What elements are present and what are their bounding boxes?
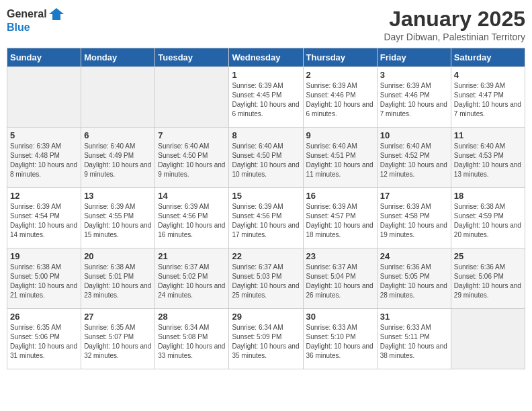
- calendar-cell: [155, 67, 229, 128]
- day-info-line: Sunset: 4:46 PM: [380, 91, 448, 100]
- day-info: Sunrise: 6:39 AMSunset: 4:48 PMDaylight:…: [10, 142, 78, 179]
- day-info: Sunrise: 6:34 AMSunset: 5:09 PMDaylight:…: [232, 323, 300, 361]
- day-info: Sunrise: 6:37 AMSunset: 5:04 PMDaylight:…: [306, 263, 374, 300]
- day-info-line: Sunset: 4:47 PM: [454, 91, 522, 100]
- day-number: 8: [232, 130, 300, 140]
- day-info-line: Daylight: 10 hours and 17 minutes.: [232, 221, 300, 240]
- day-info-line: Sunrise: 6:39 AM: [10, 142, 78, 151]
- day-info: Sunrise: 6:40 AMSunset: 4:51 PMDaylight:…: [306, 142, 374, 179]
- day-info: Sunrise: 6:34 AMSunset: 5:08 PMDaylight:…: [158, 323, 226, 361]
- calendar-cell: 5Sunrise: 6:39 AMSunset: 4:48 PMDaylight…: [7, 128, 81, 188]
- calendar-cell: 16Sunrise: 6:39 AMSunset: 4:57 PMDayligh…: [303, 188, 377, 248]
- header-saturday: Saturday: [451, 48, 525, 67]
- day-info-line: Sunset: 5:05 PM: [380, 272, 448, 281]
- day-info-line: Sunset: 4:52 PM: [380, 151, 448, 161]
- day-info-line: Sunrise: 6:39 AM: [380, 202, 448, 212]
- day-info-line: Sunrise: 6:37 AM: [232, 263, 300, 272]
- day-info-line: Sunrise: 6:40 AM: [306, 142, 374, 151]
- day-info: Sunrise: 6:39 AMSunset: 4:56 PMDaylight:…: [232, 202, 300, 240]
- day-info-line: Sunset: 5:11 PM: [380, 332, 448, 342]
- header-tuesday: Tuesday: [155, 48, 229, 67]
- calendar-cell: 7Sunrise: 6:40 AMSunset: 4:50 PMDaylight…: [155, 128, 229, 188]
- day-info-line: Daylight: 10 hours and 7 minutes.: [380, 100, 448, 119]
- day-info-line: Sunrise: 6:35 AM: [10, 323, 78, 332]
- day-number: 4: [454, 70, 522, 80]
- day-info-line: Sunrise: 6:37 AM: [306, 263, 374, 272]
- day-info-line: Daylight: 10 hours and 19 minutes.: [380, 221, 448, 240]
- page-header: General Blue January 2025 Dayr Dibwan, P…: [7, 7, 525, 42]
- day-info-line: Daylight: 10 hours and 31 minutes.: [10, 342, 78, 361]
- day-info-line: Sunset: 4:46 PM: [306, 91, 374, 100]
- day-info-line: Sunset: 4:50 PM: [232, 151, 300, 161]
- calendar-cell: 13Sunrise: 6:39 AMSunset: 4:55 PMDayligh…: [81, 188, 155, 248]
- day-number: 22: [232, 251, 300, 261]
- week-row-5: 26Sunrise: 6:35 AMSunset: 5:06 PMDayligh…: [7, 309, 525, 369]
- day-info: Sunrise: 6:33 AMSunset: 5:11 PMDaylight:…: [380, 323, 448, 361]
- day-info: Sunrise: 6:33 AMSunset: 5:10 PMDaylight:…: [306, 323, 374, 361]
- day-info-line: Sunset: 5:09 PM: [232, 332, 300, 342]
- day-info-line: Sunrise: 6:39 AM: [84, 202, 152, 212]
- day-info-line: Sunset: 5:01 PM: [84, 272, 152, 281]
- day-info-line: Sunrise: 6:39 AM: [380, 81, 448, 91]
- day-info-line: Sunrise: 6:39 AM: [158, 202, 226, 212]
- day-info-line: Sunrise: 6:38 AM: [454, 202, 522, 212]
- day-info-line: Sunrise: 6:37 AM: [158, 263, 226, 272]
- header-monday: Monday: [81, 48, 155, 67]
- calendar-cell: 23Sunrise: 6:37 AMSunset: 5:04 PMDayligh…: [303, 248, 377, 309]
- day-info: Sunrise: 6:39 AMSunset: 4:57 PMDaylight:…: [306, 202, 374, 240]
- day-info-line: Sunrise: 6:34 AM: [232, 323, 300, 332]
- day-info-line: Daylight: 10 hours and 13 minutes.: [454, 161, 522, 179]
- day-info-line: Sunset: 5:08 PM: [158, 332, 226, 342]
- calendar-cell: 25Sunrise: 6:36 AMSunset: 5:06 PMDayligh…: [451, 248, 525, 309]
- day-number: 18: [454, 191, 522, 201]
- day-number: 3: [380, 70, 448, 80]
- day-info-line: Sunset: 5:02 PM: [158, 272, 226, 281]
- day-info-line: Sunrise: 6:39 AM: [232, 81, 300, 91]
- day-info-line: Daylight: 10 hours and 18 minutes.: [306, 221, 374, 240]
- day-info: Sunrise: 6:40 AMSunset: 4:50 PMDaylight:…: [158, 142, 226, 179]
- day-info-line: Sunset: 4:58 PM: [380, 212, 448, 221]
- header-wednesday: Wednesday: [229, 48, 303, 67]
- day-info-line: Sunset: 5:06 PM: [454, 272, 522, 281]
- day-info-line: Sunrise: 6:38 AM: [84, 263, 152, 272]
- day-info-line: Sunrise: 6:36 AM: [380, 263, 448, 272]
- day-info: Sunrise: 6:36 AMSunset: 5:06 PMDaylight:…: [454, 263, 522, 300]
- header-friday: Friday: [377, 48, 451, 67]
- day-info-line: Daylight: 10 hours and 10 minutes.: [232, 161, 300, 179]
- day-info: Sunrise: 6:35 AMSunset: 5:06 PMDaylight:…: [10, 323, 78, 361]
- calendar-cell: 20Sunrise: 6:38 AMSunset: 5:01 PMDayligh…: [81, 248, 155, 309]
- day-number: 11: [454, 130, 522, 140]
- day-info: Sunrise: 6:40 AMSunset: 4:50 PMDaylight:…: [232, 142, 300, 179]
- calendar-cell: [451, 309, 525, 369]
- calendar-cell: 28Sunrise: 6:34 AMSunset: 5:08 PMDayligh…: [155, 309, 229, 369]
- logo-blue-text: Blue: [7, 21, 30, 33]
- week-row-4: 19Sunrise: 6:38 AMSunset: 5:00 PMDayligh…: [7, 248, 525, 309]
- day-info-line: Sunset: 4:48 PM: [10, 151, 78, 161]
- calendar-cell: 21Sunrise: 6:37 AMSunset: 5:02 PMDayligh…: [155, 248, 229, 309]
- calendar-cell: 18Sunrise: 6:38 AMSunset: 4:59 PMDayligh…: [451, 188, 525, 248]
- day-info: Sunrise: 6:39 AMSunset: 4:46 PMDaylight:…: [380, 81, 448, 119]
- day-info-line: Sunrise: 6:40 AM: [232, 142, 300, 151]
- day-info-line: Daylight: 10 hours and 9 minutes.: [84, 161, 152, 179]
- day-info-line: Daylight: 10 hours and 36 minutes.: [306, 342, 374, 361]
- calendar-cell: 15Sunrise: 6:39 AMSunset: 4:56 PMDayligh…: [229, 188, 303, 248]
- day-info: Sunrise: 6:38 AMSunset: 4:59 PMDaylight:…: [454, 202, 522, 240]
- day-number: 15: [232, 191, 300, 201]
- calendar-cell: 12Sunrise: 6:39 AMSunset: 4:54 PMDayligh…: [7, 188, 81, 248]
- day-info-line: Sunrise: 6:39 AM: [454, 81, 522, 91]
- day-info: Sunrise: 6:39 AMSunset: 4:46 PMDaylight:…: [306, 81, 374, 119]
- day-info: Sunrise: 6:38 AMSunset: 5:01 PMDaylight:…: [84, 263, 152, 300]
- calendar-cell: 30Sunrise: 6:33 AMSunset: 5:10 PMDayligh…: [303, 309, 377, 369]
- day-info-line: Daylight: 10 hours and 7 minutes.: [454, 100, 522, 119]
- day-number: 14: [158, 191, 226, 201]
- calendar-cell: 2Sunrise: 6:39 AMSunset: 4:46 PMDaylight…: [303, 67, 377, 128]
- calendar-cell: 29Sunrise: 6:34 AMSunset: 5:09 PMDayligh…: [229, 309, 303, 369]
- day-number: 7: [158, 130, 226, 140]
- day-info-line: Sunrise: 6:39 AM: [306, 202, 374, 212]
- day-info-line: Sunrise: 6:35 AM: [84, 323, 152, 332]
- logo-general-text: General: [7, 8, 47, 20]
- day-info-line: Sunset: 5:06 PM: [10, 332, 78, 342]
- day-info: Sunrise: 6:39 AMSunset: 4:58 PMDaylight:…: [380, 202, 448, 240]
- day-info: Sunrise: 6:35 AMSunset: 5:07 PMDaylight:…: [84, 323, 152, 361]
- day-info-line: Daylight: 10 hours and 25 minutes.: [232, 281, 300, 300]
